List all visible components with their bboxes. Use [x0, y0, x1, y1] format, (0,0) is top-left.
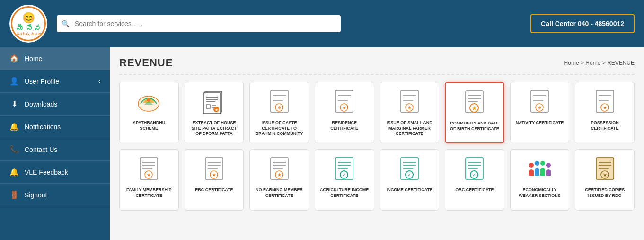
cards-grid-row2: ★ FAMILY MEMBERSHIP CERTFICATE ★ [119, 149, 635, 211]
feedback-icon: 🔔 [9, 168, 19, 177]
card-income[interactable]: ✓ INCOME CERTIFICATE [380, 149, 440, 211]
card-label-community-birth: COMMUNITY AND DATE OF BIRTH CERTIFICATE [450, 121, 500, 132]
sidebar-label-notifications: Notifications [25, 123, 61, 131]
card-icon-extract-house: ★ [200, 88, 228, 116]
card-ebc[interactable]: ★ EBC CERTIFICATE [185, 149, 244, 211]
call-center-info: Call Center 040 - 48560012 [530, 14, 635, 33]
card-agriculture[interactable]: ✓ AGRICULTURE INCOME CERTIFICATE [315, 149, 374, 211]
sidebar-label-vle: VLE Feedback [25, 169, 68, 176]
card-icon-nativity: ★ [526, 88, 554, 116]
card-caste-cert[interactable]: ★ ISSUE OF CASTE CERTIFICATE TO BRAHMIN … [249, 82, 309, 143]
search-bar: 🔍 [57, 15, 341, 32]
card-icon-small-farmer: ★ [395, 88, 423, 116]
breadcrumb: REVENUE Home > Home > REVENUE [119, 57, 635, 75]
card-icon-obc: ✓ [460, 155, 489, 184]
sidebar-label-downloads: Downloads [25, 100, 57, 108]
card-possession[interactable]: ★ POSSESSION CERTIFICATE [575, 82, 635, 143]
svg-text:★: ★ [277, 172, 281, 178]
card-icon-residence: ★ [330, 88, 359, 116]
content-area: REVENUE Home > Home > REVENUE APATHBANDH… [110, 47, 644, 240]
bell-icon: 🔔 [9, 122, 19, 131]
card-residence[interactable]: ★ RESIDENCE CERTIFICATE [315, 82, 374, 143]
user-icon: 👤 [9, 77, 19, 86]
card-label-small-farmer: ISSUE OF SMALL AND MARGINAL FARMER CERTI… [384, 120, 435, 137]
sidebar-label-contact: Contact Us [25, 146, 57, 153]
header: 😊 మీ సేవ సంకల్పం, సేవగా 🔍 Call Center 04… [0, 0, 644, 47]
card-icon-caste-cert: ★ [265, 88, 293, 116]
search-icon: 🔍 [62, 20, 70, 27]
card-label-caste-cert: ISSUE OF CASTE CERTIFICATE TO BRAHMIN CO… [254, 120, 305, 137]
main-layout: 🏠 Home 👤 User Profile ‹ ⬇ Downloads 🔔 No… [0, 47, 644, 240]
card-extract-house[interactable]: ★ EXTRACT OF HOUSE SITE PATTA EXTRACT OF… [185, 82, 244, 143]
card-icon-possession: ★ [591, 88, 619, 116]
search-input[interactable] [57, 15, 341, 32]
svg-text:★: ★ [342, 105, 346, 110]
sidebar-item-vle-feedback[interactable]: 🔔 VLE Feedback [0, 161, 110, 184]
download-icon: ⬇ [9, 99, 19, 108]
card-label-extract-house: EXTRACT OF HOUSE SITE PATTA EXTRACT OF D… [189, 120, 240, 137]
home-icon: 🏠 [9, 54, 19, 63]
sidebar-item-contact-us[interactable]: 📞 Contact Us [0, 138, 110, 161]
card-community-birth[interactable]: ★ COMMUNITY AND DATE OF BIRTH CERTIFICAT… [445, 82, 504, 143]
card-icon-family-membership: ★ [135, 155, 163, 184]
card-label-ebc: EBC CERTIFICATE [195, 187, 233, 193]
svg-text:✓: ✓ [407, 172, 411, 178]
svg-point-1 [147, 98, 150, 102]
page-title: REVENUE [119, 57, 173, 69]
card-label-income: INCOME CERTIFICATE [387, 187, 432, 193]
logo[interactable]: 😊 మీ సేవ సంకల్పం, సేవగా [9, 5, 47, 43]
svg-text:★: ★ [538, 105, 542, 110]
card-ews[interactable]: Economically Weaker Sections [510, 149, 570, 211]
card-nativity[interactable]: ★ NATIVITY CERTIFICATE [510, 82, 570, 143]
svg-point-84 [529, 163, 534, 168]
svg-text:★: ★ [602, 105, 607, 110]
card-label-agriculture: AGRICULTURE INCOME CERTIFICATE [319, 187, 370, 198]
svg-point-87 [546, 163, 551, 168]
sidebar-item-home[interactable]: 🏠 Home [0, 47, 110, 70]
sidebar-item-notifications[interactable]: 🔔 Notifications [0, 116, 110, 138]
card-apathbandhu[interactable]: APATHBANDHU SCHEME [119, 82, 179, 143]
svg-text:★: ★ [407, 105, 411, 110]
card-icon-ews [526, 155, 554, 184]
svg-text:★: ★ [472, 105, 477, 112]
card-family-membership[interactable]: ★ FAMILY MEMBERSHIP CERTFICATE [119, 149, 179, 211]
card-label-possession: POSSESSION CERTIFICATE [579, 120, 630, 131]
breadcrumb-nav: Home > Home > REVENUE [564, 60, 635, 66]
card-certified-copies[interactable]: ★ CERTIFIED COPIES ISSUED BY RDO [575, 149, 635, 211]
sidebar-item-downloads[interactable]: ⬇ Downloads [0, 93, 110, 116]
card-icon-no-earning: ★ [265, 155, 293, 184]
card-icon-apathbandhu [135, 88, 163, 116]
card-label-ews: Economically Weaker Sections [514, 187, 565, 198]
card-label-residence: RESIDENCE CERTIFICATE [319, 120, 370, 131]
phone-icon: 📞 [9, 145, 19, 154]
card-icon-ebc: ★ [200, 155, 228, 184]
card-label-apathbandhu: APATHBANDHU SCHEME [124, 120, 175, 131]
svg-point-85 [535, 161, 539, 166]
svg-text:✓: ✓ [342, 172, 346, 178]
sidebar-item-signout[interactable]: 🚪 Signout [0, 184, 110, 206]
svg-text:★: ★ [147, 172, 151, 178]
card-label-nativity: NATIVITY CERTIFICATE [516, 120, 564, 126]
card-obc[interactable]: ✓ OBC CERTIFICATE [445, 149, 504, 211]
card-no-earning[interactable]: ★ NO EARNING MEMBER CERTIFICATE [249, 149, 309, 211]
sidebar: 🏠 Home 👤 User Profile ‹ ⬇ Downloads 🔔 No… [0, 47, 110, 240]
card-icon-certified-copies: ★ [591, 155, 619, 184]
card-icon-community-birth: ★ [460, 89, 489, 117]
cards-grid-row1: APATHBANDHU SCHEME ★ [119, 82, 635, 143]
svg-text:★: ★ [212, 172, 216, 178]
card-icon-income: ✓ [395, 155, 423, 184]
sidebar-label-signout: Signout [25, 191, 47, 199]
svg-text:★: ★ [277, 105, 281, 110]
svg-text:✓: ✓ [472, 172, 476, 178]
card-small-farmer[interactable]: ★ ISSUE OF SMALL AND MARGINAL FARMER CER… [380, 82, 440, 143]
card-label-family-membership: FAMILY MEMBERSHIP CERTFICATE [124, 187, 175, 198]
sidebar-label-user-profile: User Profile [25, 78, 59, 85]
sidebar-item-user-profile[interactable]: 👤 User Profile ‹ [0, 70, 110, 93]
svg-text:★: ★ [215, 108, 218, 112]
card-icon-agriculture: ✓ [330, 155, 359, 184]
sidebar-label-home: Home [25, 55, 42, 62]
chevron-icon: ‹ [98, 78, 100, 85]
card-label-no-earning: NO EARNING MEMBER CERTIFICATE [254, 187, 305, 198]
svg-text:★: ★ [602, 172, 607, 178]
card-label-certified-copies: CERTIFIED COPIES ISSUED BY RDO [579, 187, 630, 198]
